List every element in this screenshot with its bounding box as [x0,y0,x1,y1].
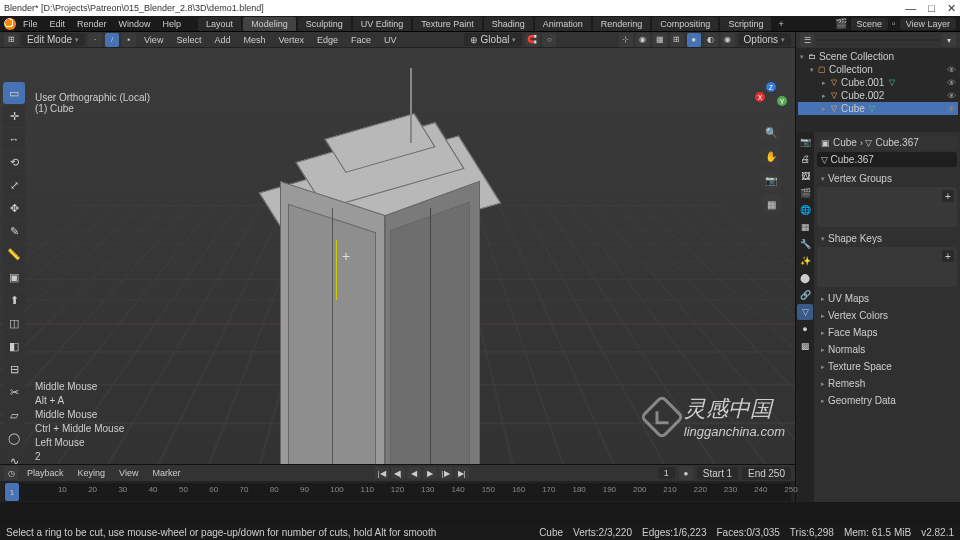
gizmo-z-icon[interactable]: Z [766,82,776,92]
workspace-tab-compositing[interactable]: Compositing [652,17,718,31]
play-icon[interactable]: ▶ [423,467,437,479]
frame-end-field[interactable]: End 250 [742,467,791,480]
vp-menu-view[interactable]: View [139,34,168,46]
select-edge-icon[interactable]: / [105,33,119,47]
orientation-selector[interactable]: ⊕ Global ▾ [464,33,523,46]
3d-viewport[interactable]: User Orthographic (Local) (1) Cube + ▭ [0,48,795,464]
ptab-render[interactable]: 📷 [797,134,813,150]
gizmo-toggle-icon[interactable]: ⊹ [619,33,633,47]
workspace-tab-modeling[interactable]: Modeling [243,17,296,31]
ptab-material[interactable]: ● [797,321,813,337]
vp-menu-vertex[interactable]: Vertex [273,34,309,46]
tl-playback[interactable]: Playback [22,467,69,479]
add-icon[interactable]: + [942,250,954,262]
workspace-tab-scripting[interactable]: Scripting [720,17,771,31]
gizmo-y-icon[interactable]: Y [777,96,787,106]
workspace-tab-layout[interactable]: Layout [198,17,241,31]
panel-normals[interactable]: ▸Normals [817,341,957,358]
menu-edit[interactable]: Edit [45,18,71,30]
outliner-collection[interactable]: ▾▢Collection👁 [798,63,958,76]
outliner-item[interactable]: ▸▽Cube.001▽👁 [798,76,958,89]
vp-menu-select[interactable]: Select [171,34,206,46]
viewlayer-selector[interactable]: View Layer [900,18,956,30]
jump-start-icon[interactable]: |◀ [375,467,389,479]
outliner-editor-icon[interactable]: ☰ [800,33,814,47]
select-face-icon[interactable]: ▪ [122,33,136,47]
autokey-icon[interactable]: ● [679,466,693,480]
keyframe-prev-icon[interactable]: ◀| [391,467,405,479]
close-button[interactable]: ✕ [947,2,956,15]
mesh-name-field[interactable]: ▽ Cube.367 [817,152,957,167]
play-reverse-icon[interactable]: ◀ [407,467,421,479]
snap-icon[interactable]: 🧲 [525,33,539,47]
tool-smooth[interactable]: ∿ [3,450,25,464]
ptab-constraint[interactable]: 🔗 [797,287,813,303]
tool-addcube[interactable]: ▣ [3,266,25,288]
pan-icon[interactable]: ✋ [761,146,781,166]
gizmo-x-icon[interactable]: X [755,92,765,102]
tool-cursor[interactable]: ✛ [3,105,25,127]
panel-shape-keys[interactable]: ▾Shape Keys [817,230,957,247]
proportional-icon[interactable]: ○ [542,33,556,47]
workspace-tab-rendering[interactable]: Rendering [593,17,651,31]
shape-keys-list[interactable]: + [817,247,957,287]
menu-window[interactable]: Window [114,18,156,30]
ptab-object[interactable]: ▦ [797,219,813,235]
ptab-viewlayer[interactable]: 🖼 [797,168,813,184]
workspace-tab-uv[interactable]: UV Editing [353,17,412,31]
tool-extrude[interactable]: ⬆ [3,289,25,311]
overlay-toggle-icon[interactable]: ◉ [636,33,650,47]
jump-end-icon[interactable]: ▶| [455,467,469,479]
zoom-icon[interactable]: 🔍 [761,122,781,142]
tl-keying[interactable]: Keying [73,467,111,479]
playhead[interactable]: 1 [5,483,19,501]
current-frame-field[interactable]: 1 [658,467,675,479]
vp-menu-face[interactable]: Face [346,34,376,46]
tool-annotate[interactable]: ✎ [3,220,25,242]
workspace-tab-shading[interactable]: Shading [484,17,533,31]
menu-file[interactable]: File [18,18,43,30]
tool-loopcut[interactable]: ⊟ [3,358,25,380]
scene-selector[interactable]: Scene [851,18,889,30]
workspace-tab-texpaint[interactable]: Texture Paint [413,17,482,31]
tool-inset[interactable]: ◫ [3,312,25,334]
tool-measure[interactable]: 📏 [3,243,25,265]
options-dropdown[interactable]: Options ▾ [738,33,791,46]
visibility-toggle-icon[interactable]: 👁 [947,91,956,101]
tool-polybuild[interactable]: ▱ [3,404,25,426]
tool-spin[interactable]: ◯ [3,427,25,449]
ptab-texture[interactable]: ▩ [797,338,813,354]
ptab-output[interactable]: 🖨 [797,151,813,167]
visibility-toggle-icon[interactable]: 👁 [947,104,956,114]
maximize-button[interactable]: □ [928,2,935,15]
vp-menu-mesh[interactable]: Mesh [238,34,270,46]
camera-view-icon[interactable]: 📷 [761,170,781,190]
ptab-physics[interactable]: ⬤ [797,270,813,286]
vertex-groups-list[interactable]: + [817,187,957,227]
keyframe-next-icon[interactable]: |▶ [439,467,453,479]
outliner-item-selected[interactable]: ▸▽Cube▽👁 [798,102,958,115]
workspace-tab-animation[interactable]: Animation [535,17,591,31]
tool-transform[interactable]: ✥ [3,197,25,219]
shading-matprev-icon[interactable]: ◐ [704,33,718,47]
timeline-track[interactable]: 1 10203040506070809010011012013014015016… [4,483,791,501]
tool-move[interactable]: ↔ [3,128,25,150]
tool-rotate[interactable]: ⟲ [3,151,25,173]
ptab-world[interactable]: 🌐 [797,202,813,218]
workspace-tab-sculpting[interactable]: Sculpting [298,17,351,31]
tl-view[interactable]: View [114,467,143,479]
vp-menu-add[interactable]: Add [209,34,235,46]
xray-icon[interactable]: ▦ [653,33,667,47]
tool-bevel[interactable]: ◧ [3,335,25,357]
panel-uv-maps[interactable]: ▸UV Maps [817,290,957,307]
shading-wire-icon[interactable]: ⊞ [670,33,684,47]
workspace-add-button[interactable]: + [773,18,788,30]
add-icon[interactable]: + [942,190,954,202]
timeline-editor-icon[interactable]: ◷ [4,466,18,480]
editor-type-icon[interactable]: ⊞ [4,33,18,47]
outliner-filter-icon[interactable]: ▾ [942,33,956,47]
outliner-item[interactable]: ▸▽Cube.002👁 [798,89,958,102]
shading-rendered-icon[interactable]: ◉ [721,33,735,47]
tool-knife[interactable]: ✂ [3,381,25,403]
panel-face-maps[interactable]: ▸Face Maps [817,324,957,341]
